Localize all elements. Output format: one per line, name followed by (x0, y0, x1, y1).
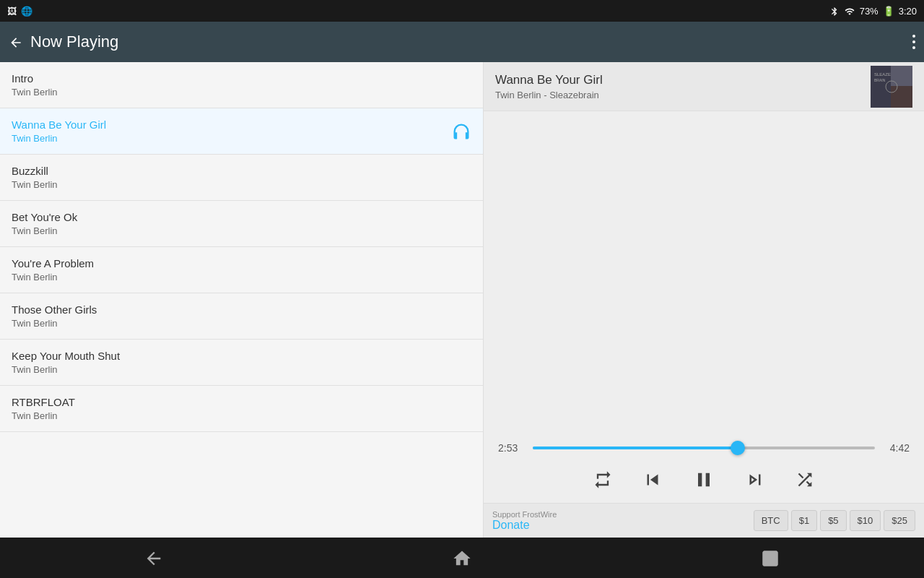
svg-text:BRAIN: BRAIN (874, 78, 886, 82)
svg-rect-3 (891, 86, 912, 108)
playlist-item-info: RTBRFLOAT Twin Berlin (12, 396, 75, 421)
playlist-item-artist: Twin Berlin (12, 87, 58, 98)
playlist-item-info: Keep Your Mouth Shut Twin Berlin (12, 350, 120, 375)
repeat-button[interactable] (593, 470, 613, 490)
player-panel: Wanna Be Your Girl Twin Berlin - Sleazeb… (484, 62, 924, 538)
player-spacer (484, 111, 924, 442)
album-art: SLEAZE BRAIN (871, 66, 912, 108)
donate-section: Support FrostWire Donate BTC $1 $5 $10 $… (484, 503, 924, 538)
pause-button[interactable] (692, 468, 715, 491)
wifi-icon (844, 5, 855, 17)
playlist-item-info: Wanna Be Your Girl Twin Berlin (12, 118, 106, 144)
photo-icon: 🖼 (7, 6, 17, 17)
playlist-item[interactable]: Intro Twin Berlin (0, 62, 483, 108)
playlist-item[interactable]: RTBRFLOAT Twin Berlin (0, 386, 483, 432)
donate-1-button[interactable]: $1 (791, 510, 817, 531)
playlist-item-artist: Twin Berlin (12, 272, 94, 282)
playlist-item[interactable]: Those Other Girls Twin Berlin (0, 293, 483, 340)
progress-row: 2:53 4:42 (484, 442, 924, 454)
donate-btc-button[interactable]: BTC (754, 510, 788, 531)
battery-percent: 73% (860, 6, 879, 17)
svg-rect-2 (891, 66, 912, 86)
toolbar: Now Playing (0, 22, 924, 62)
main-layout: Intro Twin Berlin Wanna Be Your Girl Twi… (0, 62, 924, 538)
now-playing-subtitle: Twin Berlin - Sleazebrain (495, 90, 862, 100)
playlist-panel: Intro Twin Berlin Wanna Be Your Girl Twi… (0, 62, 484, 538)
playlist-item-info: Buzzkill Twin Berlin (12, 165, 58, 190)
playlist-item-title: RTBRFLOAT (12, 396, 75, 408)
donate-5-button[interactable]: $5 (820, 510, 846, 531)
status-bar: 🖼 🌐 73% 🔋 3:20 (0, 0, 924, 22)
playlist-item-title: Keep Your Mouth Shut (12, 350, 120, 362)
playlist-item[interactable]: Bet You're Ok Twin Berlin (0, 201, 483, 247)
playlist-item-artist: Twin Berlin (12, 410, 75, 421)
playlist-item-title: Those Other Girls (12, 303, 97, 316)
playlist-item-artist: Twin Berlin (12, 364, 120, 375)
menu-button[interactable] (912, 35, 915, 49)
playlist-item-active[interactable]: Wanna Be Your Girl Twin Berlin (0, 108, 483, 155)
playlist-item-title-active: Wanna Be Your Girl (12, 118, 106, 131)
now-playing-text: Wanna Be Your Girl Twin Berlin - Sleazeb… (495, 73, 862, 100)
bluetooth-icon (829, 5, 840, 17)
toolbar-title: Now Playing (30, 33, 118, 51)
headphones-icon (451, 121, 471, 141)
battery-icon: 🔋 (883, 6, 894, 17)
playlist-item-artist: Twin Berlin (12, 318, 97, 329)
playlist-item-info: Intro Twin Berlin (12, 72, 58, 98)
playlist-item-title: Buzzkill (12, 165, 58, 177)
home-nav-button[interactable] (452, 547, 472, 569)
clock: 3:20 (899, 6, 917, 17)
now-playing-title: Wanna Be Your Girl (495, 73, 862, 87)
donate-support-text: Support FrostWire (492, 510, 751, 519)
progress-thumb[interactable] (731, 441, 745, 455)
back-button[interactable] (9, 34, 23, 51)
playlist-item-info: You're A Problem Twin Berlin (12, 257, 94, 282)
globe-icon: 🌐 (21, 6, 32, 17)
total-time: 4:42 (884, 442, 910, 454)
shuffle-button[interactable] (795, 470, 815, 490)
playlist-item-artist: Twin Berlin (12, 179, 58, 190)
controls-row (484, 468, 924, 503)
donate-10-button[interactable]: $10 (850, 510, 881, 531)
status-bar-left: 🖼 🌐 (7, 6, 32, 17)
current-time: 2:53 (498, 442, 524, 454)
recents-nav-button[interactable] (760, 547, 780, 569)
progress-bar[interactable] (533, 447, 875, 449)
next-button[interactable] (744, 469, 766, 491)
album-art-image: SLEAZE BRAIN (871, 66, 912, 108)
playlist-item[interactable]: Keep Your Mouth Shut Twin Berlin (0, 340, 483, 386)
playlist-item-artist: Twin Berlin (12, 225, 77, 236)
playlist-item-title: Bet You're Ok (12, 211, 77, 223)
playlist-item-info: Those Other Girls Twin Berlin (12, 303, 97, 329)
status-bar-right: 73% 🔋 3:20 (829, 5, 917, 17)
playlist-item-artist-active: Twin Berlin (12, 133, 106, 144)
playlist-item-info: Bet You're Ok Twin Berlin (12, 211, 77, 236)
bottom-nav (0, 538, 924, 578)
svg-text:SLEAZE: SLEAZE (874, 72, 891, 77)
previous-button[interactable] (642, 469, 663, 491)
donate-25-button[interactable]: $25 (884, 510, 915, 531)
now-playing-info: Wanna Be Your Girl Twin Berlin - Sleazeb… (484, 62, 924, 111)
playlist-item[interactable]: Buzzkill Twin Berlin (0, 155, 483, 201)
donate-text-block: Support FrostWire Donate (492, 510, 751, 532)
toolbar-left: Now Playing (9, 33, 118, 51)
progress-fill (533, 447, 738, 449)
playlist-item[interactable]: You're A Problem Twin Berlin (0, 247, 483, 293)
back-nav-button[interactable] (144, 547, 164, 569)
donate-link[interactable]: Donate (492, 519, 751, 532)
playlist-item-title: Intro (12, 72, 58, 85)
playlist-item-title: You're A Problem (12, 257, 94, 269)
